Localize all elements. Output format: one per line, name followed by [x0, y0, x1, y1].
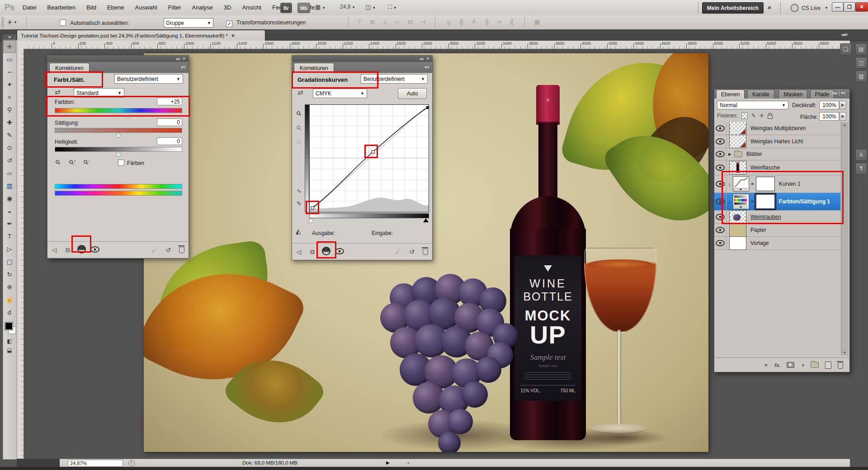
delete-adjustment-icon[interactable] [175, 245, 189, 254]
layer-row[interactable]: Weinglas Multiplizieren [714, 122, 840, 135]
lock-position-icon[interactable]: ✛ [760, 113, 764, 119]
curve-point-mode-icon[interactable]: ∿ [297, 188, 302, 194]
eye-icon[interactable] [716, 125, 725, 132]
expanded-view-icon[interactable]: ⧉ [61, 246, 75, 254]
hand-tool[interactable]: ☝ [3, 293, 16, 306]
eye-icon[interactable] [716, 138, 725, 145]
close-panel-icon[interactable]: ✕ [426, 56, 429, 61]
black-point-eyedropper-icon[interactable]: ⚲ [297, 110, 301, 117]
eye-icon[interactable] [716, 227, 725, 233]
menu-item-datei[interactable]: Datei [17, 0, 42, 15]
opacity-spinner[interactable]: ▶ [840, 101, 846, 109]
layer-mask-thumbnail[interactable] [756, 177, 775, 191]
align-top-icon[interactable]: ⊤ [357, 19, 362, 25]
eye-icon[interactable] [716, 198, 725, 205]
lasso-tool[interactable]: ∽ [3, 66, 16, 78]
visibility-eye-icon[interactable] [333, 248, 346, 256]
layer-visibility-cell[interactable] [714, 224, 726, 236]
opacity-value-field[interactable]: 100% [819, 101, 839, 109]
layer-row[interactable]: Weinflasche [714, 160, 840, 175]
layer-thumbnail[interactable] [729, 210, 746, 224]
layers-tab-kanle[interactable]: Kanäle [747, 89, 774, 99]
rotate-3d-tool[interactable]: ↻ [3, 268, 16, 281]
view-previous-state-icon[interactable]: ☄ [392, 248, 405, 255]
healing-brush-tool[interactable]: ✚ [3, 116, 16, 129]
layer-visibility-cell[interactable] [714, 211, 726, 223]
path-selection-tool[interactable]: ▷ [3, 243, 16, 255]
dodge-tool[interactable]: ◒ [3, 205, 16, 217]
view-extras-icon[interactable]: ▦▼ [315, 4, 326, 10]
zoom-tool[interactable]: ☌ [3, 306, 16, 319]
menu-item-bild[interactable]: Bild [81, 0, 102, 15]
move-tool[interactable]: ✛ [3, 40, 16, 53]
hue-value-field[interactable]: +25 [157, 98, 182, 105]
screen-mode-icon[interactable]: ⛶▼ [388, 4, 397, 11]
layer-row[interactable]: Weintrauben [714, 211, 840, 224]
checkbox-unchecked[interactable] [60, 19, 66, 26]
minimize-button[interactable]: — [832, 2, 844, 12]
layer-visibility-cell[interactable] [714, 148, 726, 160]
fill-spinner[interactable]: ▶ [840, 112, 846, 121]
layer-row[interactable]: ▶Blätter [714, 148, 840, 160]
layer-visibility-cell[interactable] [714, 135, 726, 148]
type-tool[interactable]: T [3, 230, 16, 243]
document-tab[interactable]: Tutorial Tischset-Design gestalten.psd b… [17, 30, 265, 41]
saturation-slider-thumb[interactable] [116, 132, 121, 137]
screen-mode-toggle-icon[interactable]: ⬓ [3, 346, 16, 355]
new-adjustment-layer-icon[interactable]: ◑ [801, 362, 804, 368]
menu-item-3d[interactable]: 3D [218, 0, 237, 15]
scroll-left-icon[interactable]: ◂ [407, 460, 409, 465]
paragraph-panel-icon[interactable]: ¶ [855, 163, 867, 174]
new-group-icon[interactable] [811, 362, 819, 368]
distribute-vcenter-icon[interactable]: ╬ [459, 19, 463, 25]
menu-item-analyse[interactable]: Analyse [187, 0, 218, 15]
collapsed-panel-icon[interactable]: ▤ [855, 43, 867, 55]
preset-dropdown[interactable]: Benutzerdefiniert▼ [114, 74, 183, 84]
vertical-ruler[interactable] [17, 49, 24, 459]
marquee-tool[interactable]: ▭ [3, 53, 16, 66]
white-point-thumb[interactable] [308, 218, 314, 222]
white-point-eyedropper-icon[interactable]: ⚲ [297, 139, 301, 146]
layer-style-icon[interactable]: fx. [774, 362, 780, 368]
quick-selection-tool[interactable]: ✦ [3, 78, 16, 91]
colorize-checkbox[interactable]: Färben [118, 160, 144, 166]
align-bottom-icon[interactable]: ⊥ [382, 19, 387, 25]
gray-point-eyedropper-icon[interactable]: ⚲ [297, 124, 301, 132]
return-to-list-icon[interactable]: ◁ [292, 248, 306, 255]
visibility-eye-icon[interactable] [88, 246, 102, 254]
auto-align-icon[interactable]: ▦ [534, 19, 540, 25]
fill-value-field[interactable]: 100% [819, 112, 839, 121]
status-zoom-field[interactable]: 24,87% [68, 460, 123, 467]
tab-korrekturen[interactable]: Korrekturen [294, 63, 334, 73]
zoom-level-field[interactable]: 24,9▼ [340, 4, 355, 10]
close-button[interactable]: ✕ [855, 2, 868, 12]
curve-grid[interactable] [309, 104, 429, 212]
layer-thumbnail[interactable] [729, 135, 746, 148]
distribute-bottom-icon[interactable]: ╩ [472, 19, 476, 25]
targeted-adjustment-icon[interactable]: ⇄ [297, 89, 303, 97]
auto-select-dropdown[interactable]: Gruppe▼ [164, 18, 213, 28]
eraser-tool[interactable]: ▱ [3, 167, 16, 179]
layers-tab-pfade[interactable]: Pfade [810, 89, 834, 99]
collapsed-panel-icon[interactable]: ▧ [855, 70, 867, 82]
pencil-mode-icon[interactable]: ✎ [297, 200, 302, 207]
channel-dropdown[interactable]: Standard▼ [74, 88, 124, 98]
delete-layer-icon[interactable] [838, 362, 843, 369]
clip-to-layer-eye-icon[interactable] [319, 247, 333, 257]
menu-item-filter[interactable]: Filter [163, 0, 187, 15]
collapse-panel-icon[interactable]: ◂◂ [175, 56, 179, 61]
layer-name[interactable]: Weinflasche [750, 164, 780, 171]
panel-menu-icon[interactable]: ▾≡ [425, 65, 429, 70]
curves-thumbnail[interactable] [733, 176, 749, 192]
new-layer-icon[interactable] [825, 362, 831, 369]
menu-item-ansicht[interactable]: Ansicht [236, 0, 267, 15]
view-previous-state-icon[interactable]: ☄ [148, 246, 161, 254]
distribute-hcenter-icon[interactable]: ═ [497, 19, 501, 25]
distribute-top-icon[interactable]: ╦ [447, 19, 451, 25]
expanded-view-icon[interactable]: ⧉ [306, 248, 319, 256]
eye-icon[interactable] [716, 214, 725, 220]
layer-thumbnail[interactable] [729, 161, 746, 174]
layer-row[interactable]: ↓⚭Farbton/Sättigung 1 [714, 193, 840, 211]
pen-tool[interactable]: ✒ [3, 217, 16, 230]
tab-korrekturen[interactable]: Korrekturen [49, 63, 90, 73]
